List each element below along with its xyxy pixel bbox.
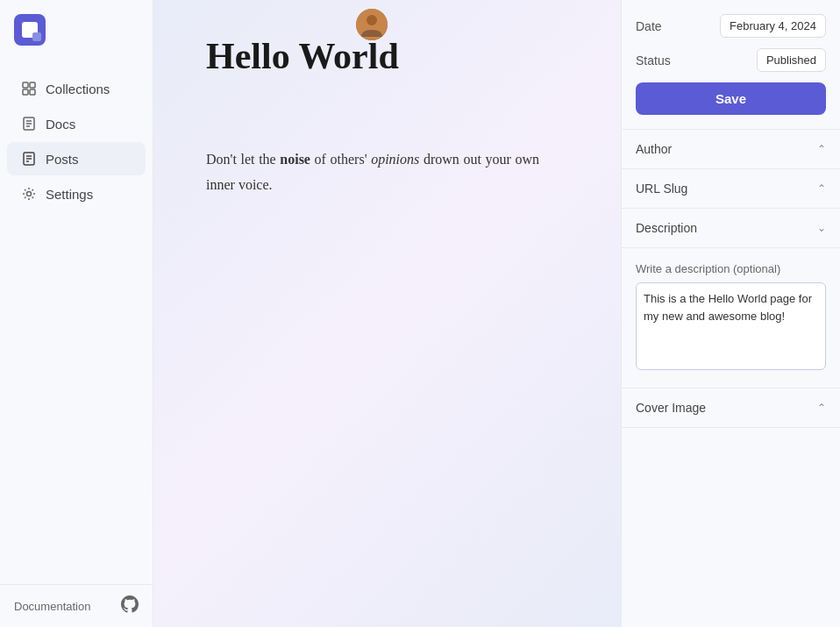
svg-point-12 (27, 192, 32, 196)
cover-image-section-header[interactable]: Cover Image ⌃ (622, 388, 840, 428)
editor-area[interactable]: Hello World Don't let the noise of other… (153, 0, 621, 627)
sidebar-item-docs[interactable]: Docs (7, 107, 146, 140)
sidebar-item-posts-label: Posts (46, 152, 79, 167)
collections-icon (21, 81, 37, 96)
sidebar-logo (0, 0, 153, 63)
author-section-header[interactable]: Author ⌃ (622, 130, 840, 169)
posts-icon (21, 151, 37, 167)
svg-rect-0 (23, 82, 28, 88)
svg-rect-1 (30, 82, 35, 88)
svg-point-14 (367, 15, 377, 25)
settings-icon (21, 186, 37, 202)
url-slug-section-header[interactable]: URL Slug ⌃ (622, 169, 840, 209)
sidebar-item-posts[interactable]: Posts (7, 142, 146, 175)
url-slug-label: URL Slug (636, 182, 687, 196)
main-content: Hello World Don't let the noise of other… (153, 0, 621, 627)
description-chevron-icon: ⌄ (817, 222, 826, 234)
cover-image-label: Cover Image (636, 401, 706, 415)
user-avatar[interactable] (356, 9, 388, 40)
status-row: Status Published (636, 48, 826, 72)
save-button[interactable]: Save (636, 82, 826, 115)
description-label: Description (636, 221, 697, 235)
sidebar-item-collections-label: Collections (46, 82, 110, 96)
description-textarea[interactable]: This is a the Hello World page for my ne… (636, 282, 826, 370)
metadata-section: Date February 4, 2024 Status Published S… (622, 0, 840, 130)
date-row: Date February 4, 2024 (636, 14, 826, 38)
author-chevron-icon: ⌃ (817, 143, 826, 155)
github-icon[interactable] (121, 595, 139, 616)
post-title: Hello World (206, 35, 568, 77)
svg-rect-3 (30, 89, 35, 95)
docs-icon (21, 116, 37, 132)
sidebar-item-settings-label: Settings (46, 187, 93, 202)
description-section-label: Write a description (optional) (636, 262, 826, 275)
cover-image-chevron-icon: ⌃ (817, 402, 826, 414)
description-section: Write a description (optional) This is a… (622, 248, 840, 388)
status-badge[interactable]: Published (757, 48, 826, 72)
sidebar-item-docs-label: Docs (46, 117, 75, 132)
sidebar-item-collections[interactable]: Collections (7, 72, 146, 105)
author-label: Author (636, 142, 672, 156)
app-logo[interactable] (14, 14, 46, 46)
sidebar-item-settings[interactable]: Settings (7, 177, 146, 210)
sidebar: Collections Docs (0, 0, 153, 627)
description-section-header[interactable]: Description ⌄ (622, 209, 840, 248)
sidebar-nav: Collections Docs (0, 63, 153, 584)
right-panel: Date February 4, 2024 Status Published S… (621, 0, 840, 627)
url-slug-chevron-icon: ⌃ (817, 182, 826, 195)
date-value[interactable]: February 4, 2024 (720, 14, 826, 38)
documentation-link[interactable]: Documentation (14, 600, 90, 613)
status-label: Status (636, 53, 671, 68)
svg-rect-2 (23, 89, 28, 95)
sidebar-footer: Documentation (0, 584, 153, 627)
post-body: Don't let the noise of others' opinions … (206, 147, 539, 198)
date-label: Date (636, 19, 662, 33)
